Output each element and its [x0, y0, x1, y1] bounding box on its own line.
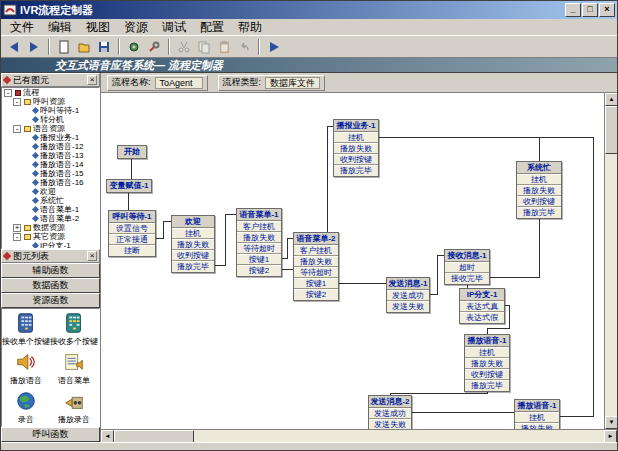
open-button[interactable]: [74, 38, 94, 56]
node-port[interactable]: 收到按键: [334, 154, 378, 165]
node-port[interactable]: 播放失败: [334, 143, 378, 154]
menu-item-6[interactable]: 帮助: [231, 20, 269, 35]
node-port[interactable]: 播放完毕: [334, 165, 378, 176]
node-port[interactable]: 表达式假: [460, 312, 504, 323]
palette-item-0[interactable]: 接收单个按键: [2, 312, 50, 351]
node-port[interactable]: 设置信号: [109, 223, 155, 234]
horizontal-scroll-track[interactable]: [194, 430, 604, 442]
scroll-up-button[interactable]: ▲: [605, 93, 617, 106]
flow-node-playvoice1[interactable]: 播放语音-1挂机播放失败收到按键播放完毕: [464, 334, 510, 392]
node-port[interactable]: 播放失败: [517, 185, 561, 196]
palette-item-1[interactable]: 接收多个按键: [50, 312, 98, 351]
menu-item-3[interactable]: 资源: [117, 20, 155, 35]
menu-item-5[interactable]: 配置: [193, 20, 231, 35]
save-button[interactable]: [94, 38, 114, 56]
node-port[interactable]: 播放失败: [515, 423, 559, 429]
node-port[interactable]: 挂机: [334, 132, 378, 143]
vertical-scroll-thumb[interactable]: [605, 106, 617, 154]
palette-item-4[interactable]: 录音: [2, 390, 50, 427]
flow-node-callwait1[interactable]: 呼叫等待-1设置信号正常接通挂断: [108, 210, 156, 257]
flow-node-broadcast1[interactable]: 播报业务-1挂机播放失败收到按键播放完毕: [333, 119, 379, 177]
maximize-button[interactable]: □: [582, 3, 598, 17]
flow-node-menu1[interactable]: 语音菜单-1客户挂机播放失败等待超时按键1按键2: [236, 208, 282, 277]
node-port[interactable]: 播放失败: [465, 358, 509, 369]
cut-button[interactable]: [174, 38, 194, 56]
tree-expander-icon[interactable]: +: [13, 224, 21, 232]
flow-node-welcome[interactable]: 欢迎挂机播放失败收到按键播放完毕: [171, 215, 215, 273]
debug-button[interactable]: [124, 38, 144, 56]
palette-item-3[interactable]: 语音菜单: [50, 351, 98, 390]
flow-name-value[interactable]: ToAgent: [155, 77, 203, 89]
vertical-scroll-track[interactable]: [605, 154, 617, 416]
flow-node-recvmsg1[interactable]: 接收消息-1超时接收完毕: [444, 249, 490, 285]
node-port[interactable]: 等待超时: [237, 243, 281, 254]
horizontal-scrollbar[interactable]: ◄ ►: [101, 429, 617, 442]
node-port[interactable]: 正常接通: [109, 234, 155, 245]
scroll-left-button[interactable]: ◄: [101, 430, 114, 442]
config-button[interactable]: [144, 38, 164, 56]
forward-button[interactable]: [24, 38, 44, 56]
undo-button[interactable]: [234, 38, 254, 56]
category-call-functions[interactable]: 呼叫函数: [1, 427, 100, 442]
node-port[interactable]: 收到按键: [172, 250, 214, 261]
node-port[interactable]: 发送失败: [387, 301, 429, 312]
palette-item-2[interactable]: 播放语音: [2, 351, 50, 390]
node-port[interactable]: 挂机: [172, 228, 214, 239]
node-port[interactable]: 挂断: [109, 245, 155, 256]
back-button[interactable]: [4, 38, 24, 56]
node-port[interactable]: 收到按键: [517, 196, 561, 207]
palette-panel-close-button[interactable]: ×: [87, 251, 97, 261]
tree-item-17[interactable]: IP分支-1: [2, 241, 99, 249]
palette-item-5[interactable]: 播放录音: [50, 390, 98, 427]
node-port[interactable]: 按键1: [294, 278, 338, 289]
node-port[interactable]: 按键2: [237, 265, 281, 276]
node-port[interactable]: 客户挂机: [237, 221, 281, 232]
node-port[interactable]: 接收完毕: [445, 273, 489, 284]
flow-node-start[interactable]: 开始: [117, 145, 147, 159]
node-port[interactable]: 发送成功: [387, 290, 429, 301]
menu-item-4[interactable]: 调试: [155, 20, 193, 35]
node-port[interactable]: 挂机: [517, 174, 561, 185]
node-port[interactable]: 挂机: [465, 347, 509, 358]
node-port[interactable]: 发送失败: [369, 419, 411, 429]
copy-button[interactable]: [194, 38, 214, 56]
paste-button[interactable]: [214, 38, 234, 56]
flow-node-assign1[interactable]: 变量赋值-1: [106, 179, 152, 193]
category-button-0[interactable]: 辅助函数: [1, 263, 100, 278]
flow-node-sysbusy[interactable]: 系统忙挂机播放失败收到按键播放完毕: [516, 161, 562, 219]
node-port[interactable]: 收到按键: [465, 369, 509, 380]
menu-item-2[interactable]: 视图: [79, 20, 117, 35]
node-port[interactable]: 播放失败: [237, 232, 281, 243]
scroll-down-button[interactable]: ▼: [605, 416, 617, 429]
flow-node-menu2[interactable]: 语音菜单-2客户挂机播放失败等待超时按键1按键2: [293, 232, 339, 301]
node-port[interactable]: 超时: [445, 262, 489, 273]
node-port[interactable]: 按键2: [294, 289, 338, 300]
node-port[interactable]: 挂机: [515, 412, 559, 423]
node-port[interactable]: 发送成功: [369, 408, 411, 419]
node-port[interactable]: 播放失败: [172, 239, 214, 250]
node-port[interactable]: 按键1: [237, 254, 281, 265]
existing-panel-close-button[interactable]: ×: [87, 75, 97, 85]
node-port[interactable]: 客户挂机: [294, 245, 338, 256]
new-button[interactable]: [54, 38, 74, 56]
node-port[interactable]: 等待超时: [294, 267, 338, 278]
category-button-2[interactable]: 资源函数: [1, 293, 100, 308]
node-port[interactable]: 播放完毕: [172, 261, 214, 272]
node-port[interactable]: 表达式真: [460, 301, 504, 312]
scroll-right-button[interactable]: ►: [604, 430, 617, 442]
category-button-1[interactable]: 数据函数: [1, 278, 100, 293]
vertical-scrollbar[interactable]: ▲ ▼: [604, 93, 617, 429]
node-port[interactable]: 播放完毕: [517, 207, 561, 218]
minimize-button[interactable]: _: [565, 3, 581, 17]
tree-expander-icon[interactable]: -: [13, 125, 21, 133]
flow-node-sendmsg2[interactable]: 发送消息-2发送成功发送失败: [368, 395, 412, 429]
flow-type-value[interactable]: 数据库文件: [265, 77, 320, 89]
node-port[interactable]: 播放失败: [294, 256, 338, 267]
flow-diagram[interactable]: 开始变量赋值-1呼叫等待-1设置信号正常接通挂断欢迎挂机播放失败收到按键播放完毕…: [101, 93, 604, 429]
flow-node-ipbranch1[interactable]: IP分支-1表达式真表达式假: [459, 288, 505, 324]
node-port[interactable]: 播放完毕: [465, 380, 509, 391]
menu-item-0[interactable]: 文件: [3, 20, 41, 35]
tree-expander-icon[interactable]: -: [13, 98, 21, 106]
horizontal-scroll-thumb[interactable]: [114, 430, 194, 442]
tree-expander-icon[interactable]: -: [4, 89, 12, 97]
